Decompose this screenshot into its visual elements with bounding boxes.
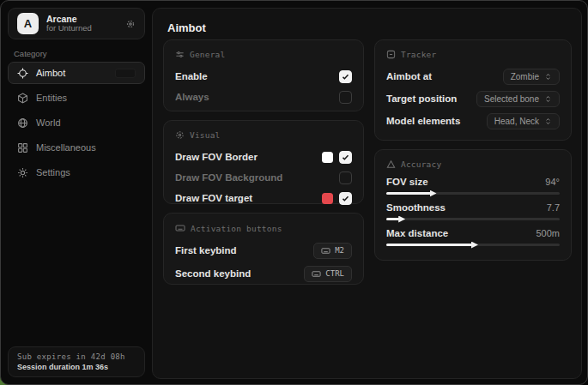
brand-subtitle: for Unturned bbox=[46, 24, 125, 33]
first-keybind-button[interactable]: M2 bbox=[313, 243, 352, 259]
slider-value: 7.7 bbox=[547, 202, 560, 213]
setting-label: Second keybind bbox=[175, 268, 251, 279]
sidebar-item-label: Miscellaneous bbox=[36, 142, 96, 153]
chevron-up-down-icon bbox=[544, 117, 552, 125]
category-label: Category bbox=[14, 49, 47, 58]
max-distance-slider-block: Max distance 500m bbox=[386, 228, 560, 246]
sidebar-item-entities[interactable]: Entities bbox=[8, 87, 145, 109]
always-checkbox[interactable] bbox=[339, 91, 352, 104]
visual-card: Visual Draw FOV Border Draw FOV Backgrou… bbox=[163, 120, 364, 204]
setting-label: First keybind bbox=[175, 245, 237, 256]
setting-row-fov-target: Draw FOV target bbox=[175, 189, 352, 208]
sidebar: A Arcane for Unturned Category Aimbot bbox=[1, 1, 152, 384]
max-distance-slider[interactable] bbox=[386, 244, 560, 246]
enable-checkbox[interactable] bbox=[339, 70, 352, 83]
triangle-icon bbox=[386, 159, 396, 169]
session-duration-text: Session duration 1m 36s bbox=[17, 363, 136, 371]
entities-cube-icon bbox=[17, 93, 28, 104]
slider-label: FOV size bbox=[386, 177, 428, 187]
setting-row-first-keybind: First keybind M2 bbox=[175, 241, 352, 260]
fov-border-checkbox[interactable] bbox=[339, 151, 352, 164]
setting-label: Always bbox=[175, 92, 209, 102]
tracker-scan-icon bbox=[386, 50, 396, 59]
section-title-visual: Visual bbox=[190, 130, 221, 140]
eye-aperture-icon bbox=[175, 130, 185, 140]
fov-size-slider-block: FOV size 94° bbox=[386, 177, 560, 195]
setting-row-always: Always bbox=[175, 87, 352, 106]
second-keybind-button[interactable]: CTRL bbox=[304, 266, 352, 282]
sync-icon[interactable] bbox=[125, 19, 136, 29]
sub-expires-text: Sub expires in 42d 08h bbox=[17, 352, 136, 361]
smoothness-slider-block: Smoothness 7.7 bbox=[386, 202, 560, 220]
subscription-card: Sub expires in 42d 08h Session duration … bbox=[8, 346, 145, 377]
setting-row-enable: Enable bbox=[175, 67, 352, 86]
keyboard-icon bbox=[321, 246, 330, 256]
sidebar-item-label: Settings bbox=[36, 167, 70, 177]
setting-row-model-elements: Model elements Head, Neck bbox=[386, 111, 560, 130]
sidebar-item-world[interactable]: World bbox=[8, 111, 145, 134]
page-title: Aimbot bbox=[167, 21, 206, 34]
smoothness-slider[interactable] bbox=[386, 218, 560, 220]
keybind-value: M2 bbox=[335, 246, 344, 255]
setting-label: Enable bbox=[175, 71, 208, 81]
tracker-card: Tracker Aimbot at Zombie Target position bbox=[374, 39, 572, 141]
accuracy-card: Accuracy FOV size 94° Smoothness 7.7 bbox=[374, 149, 572, 261]
setting-row-aimbot-at: Aimbot at Zombie bbox=[386, 67, 560, 86]
sliders-icon bbox=[175, 50, 185, 59]
setting-label: Aimbot at bbox=[386, 71, 432, 81]
sidebar-item-label: Entities bbox=[36, 93, 67, 103]
brand-card: A Arcane for Unturned bbox=[8, 8, 145, 39]
gear-icon bbox=[17, 167, 28, 178]
chevron-up-down-icon bbox=[544, 95, 552, 103]
select-value: Zombie bbox=[511, 72, 539, 81]
fov-size-slider[interactable] bbox=[386, 192, 560, 195]
sidebar-nav: Aimbot Entities World Misce bbox=[8, 62, 145, 183]
crosshair-icon bbox=[17, 68, 28, 79]
section-title-tracker: Tracker bbox=[401, 50, 436, 59]
slider-thumb[interactable] bbox=[471, 242, 478, 249]
setting-row-fov-background: Draw FOV Background bbox=[175, 168, 352, 187]
setting-label: Draw FOV Background bbox=[175, 172, 282, 183]
slider-thumb[interactable] bbox=[398, 216, 405, 223]
keybind-value: CTRL bbox=[325, 269, 344, 278]
slider-thumb[interactable] bbox=[430, 190, 437, 197]
fov-background-checkbox[interactable] bbox=[339, 171, 352, 184]
section-title-activation: Activation buttons bbox=[191, 224, 282, 233]
sidebar-item-settings[interactable]: Settings bbox=[8, 161, 145, 183]
check-icon bbox=[342, 195, 349, 202]
setting-label: Target position bbox=[386, 93, 457, 104]
check-icon bbox=[342, 153, 349, 161]
globe-icon bbox=[17, 117, 28, 129]
aimbot-at-select[interactable]: Zombie bbox=[503, 69, 560, 85]
fov-target-checkbox[interactable] bbox=[339, 192, 352, 205]
keyboard-icon bbox=[312, 269, 321, 279]
section-title-accuracy: Accuracy bbox=[401, 159, 441, 169]
arcane-logo: A bbox=[17, 13, 39, 34]
sidebar-item-aimbot[interactable]: Aimbot bbox=[8, 62, 145, 84]
select-value: Head, Neck bbox=[494, 117, 539, 126]
setting-label: Draw FOV Border bbox=[175, 152, 258, 162]
section-title-general: General bbox=[190, 50, 225, 59]
keybind-ghost-badge bbox=[115, 69, 136, 78]
keyboard-icon bbox=[175, 223, 185, 233]
general-card: General Enable Always bbox=[163, 39, 364, 111]
slider-label: Smoothness bbox=[386, 202, 446, 213]
setting-row-second-keybind: Second keybind CTRL bbox=[175, 264, 352, 283]
setting-row-target-position: Target position Selected bone bbox=[386, 89, 560, 108]
select-value: Selected bone bbox=[484, 94, 539, 104]
setting-label: Model elements bbox=[386, 116, 460, 126]
chevron-up-down-icon bbox=[544, 73, 552, 81]
slider-value: 500m bbox=[536, 228, 560, 238]
target-position-select[interactable]: Selected bone bbox=[476, 91, 560, 107]
color-swatch[interactable] bbox=[322, 193, 333, 204]
activation-card: Activation buttons First keybind M2 Seco… bbox=[163, 213, 364, 285]
grid-icon bbox=[17, 142, 28, 153]
sidebar-item-label: World bbox=[36, 117, 61, 128]
check-icon bbox=[342, 73, 349, 81]
sidebar-item-miscellaneous[interactable]: Miscellaneous bbox=[8, 136, 145, 159]
setting-label: Draw FOV target bbox=[175, 193, 252, 203]
main-panel: Aimbot General Enable Always bbox=[152, 8, 582, 379]
model-elements-select[interactable]: Head, Neck bbox=[487, 113, 560, 129]
arcane-window: A Arcane for Unturned Category Aimbot bbox=[0, 0, 588, 385]
color-swatch[interactable] bbox=[322, 152, 333, 163]
